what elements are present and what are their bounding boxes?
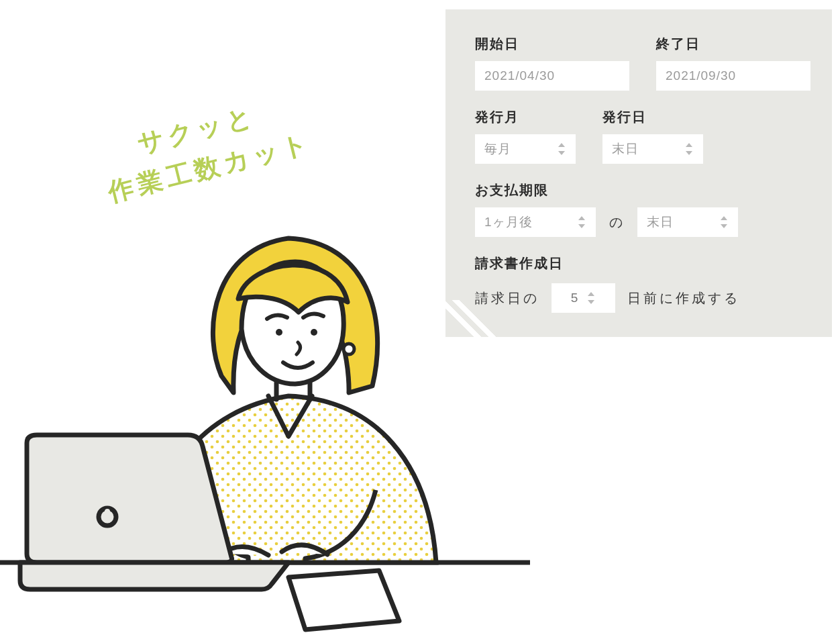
person-laptop-icon <box>0 128 530 637</box>
svg-point-4 <box>276 329 282 336</box>
create-day-suffix: 日前に作成する <box>627 289 740 307</box>
end-date-field: 終了日 2021/09/30 <box>656 35 810 91</box>
sort-icon <box>577 215 586 229</box>
svg-point-5 <box>311 329 317 336</box>
payment-day-select[interactable]: 末日 <box>637 207 738 237</box>
start-date-value: 2021/04/30 <box>484 68 555 83</box>
start-date-field: 開始日 2021/04/30 <box>475 35 629 91</box>
start-date-input[interactable]: 2021/04/30 <box>475 61 629 91</box>
sort-icon <box>586 291 596 305</box>
start-date-label: 開始日 <box>475 35 629 53</box>
issue-day-select[interactable]: 末日 <box>602 134 703 164</box>
hero-illustration <box>0 128 530 637</box>
issue-day-value: 末日 <box>612 140 639 158</box>
end-date-input[interactable]: 2021/09/30 <box>656 61 810 91</box>
payment-day-value: 末日 <box>647 213 674 231</box>
issue-month-label: 発行月 <box>475 108 576 126</box>
end-date-value: 2021/09/30 <box>666 68 736 83</box>
issue-day-field: 発行日 末日 <box>602 108 703 164</box>
create-days-select[interactable]: 5 <box>552 283 615 313</box>
create-days-value: 5 <box>571 291 579 305</box>
svg-point-6 <box>344 344 354 354</box>
svg-point-8 <box>105 509 110 514</box>
sort-icon <box>557 142 566 156</box>
sort-icon <box>719 215 729 229</box>
end-date-label: 終了日 <box>656 35 810 53</box>
issue-day-label: 発行日 <box>602 108 703 126</box>
payment-connector: の <box>609 207 624 237</box>
sort-icon <box>684 142 694 156</box>
